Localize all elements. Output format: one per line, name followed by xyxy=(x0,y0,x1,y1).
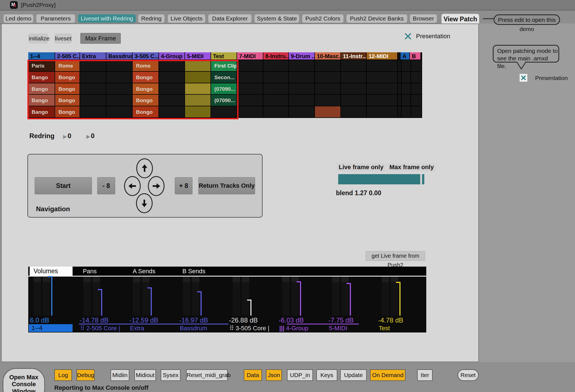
clip-cell[interactable]: Bongo xyxy=(133,83,159,95)
track-header[interactable]: 3-505 C... xyxy=(133,52,159,60)
blend-slider[interactable] xyxy=(338,174,424,184)
empty-clip-slot[interactable] xyxy=(315,72,341,83)
get-live-frame-button[interactable]: get Live frame from Push2 xyxy=(366,251,425,261)
empty-clip-slot[interactable] xyxy=(263,83,289,95)
clip-cell[interactable]: Rome xyxy=(55,60,80,72)
empty-clip-slot[interactable] xyxy=(263,72,289,83)
empty-clip-slot[interactable] xyxy=(341,60,367,72)
empty-clip-slot[interactable] xyxy=(289,95,315,106)
empty-clip-slot[interactable] xyxy=(341,83,367,95)
json-button[interactable]: Json xyxy=(266,369,282,381)
clip-cell[interactable]: Bongo xyxy=(55,106,80,118)
empty-clip-slot[interactable] xyxy=(315,83,341,95)
presentation-checkbox-right[interactable] xyxy=(520,74,527,82)
midiin-button[interactable]: Midiin xyxy=(111,369,129,381)
keys-button[interactable]: Keys xyxy=(316,369,337,381)
udp-in-button[interactable]: UDP_in xyxy=(287,369,313,381)
empty-clip-slot[interactable] xyxy=(367,106,398,118)
empty-clip-slot[interactable] xyxy=(237,106,263,118)
empty-clip-slot[interactable] xyxy=(367,60,398,72)
clip-cell[interactable]: Bongo xyxy=(55,95,80,106)
empty-clip-slot[interactable] xyxy=(402,95,411,106)
empty-clip-slot[interactable] xyxy=(185,83,211,95)
nav-down-button[interactable] xyxy=(136,193,153,213)
volume-fader[interactable] xyxy=(346,283,351,316)
empty-clip-slot[interactable] xyxy=(185,106,211,118)
empty-clip-slot[interactable] xyxy=(367,83,398,95)
empty-clip-slot[interactable] xyxy=(159,72,185,83)
tab-system-state[interactable]: System & State xyxy=(255,14,299,23)
empty-clip-slot[interactable] xyxy=(263,95,289,106)
empty-clip-slot[interactable] xyxy=(80,106,106,118)
track-header[interactable] xyxy=(398,52,401,60)
minus-8-button[interactable]: - 8 xyxy=(97,177,115,194)
empty-clip-slot[interactable] xyxy=(80,60,106,72)
clip-cell[interactable]: Rome xyxy=(133,60,159,72)
track-header[interactable]: 8-Instru... xyxy=(263,52,289,60)
empty-clip-slot[interactable] xyxy=(159,106,185,118)
nav-right-button[interactable] xyxy=(148,176,165,196)
redring-numberbox-1[interactable]: ▶0 xyxy=(63,132,71,140)
empty-clip-slot[interactable] xyxy=(237,83,263,95)
track-header[interactable]: Extra xyxy=(80,52,106,60)
clip-cell[interactable]: Secon... xyxy=(211,72,237,83)
empty-clip-slot[interactable] xyxy=(411,95,422,106)
clip-cell[interactable]: First Clip xyxy=(211,60,237,72)
empty-clip-slot[interactable] xyxy=(289,83,315,95)
track-name[interactable]: 5-MIDI xyxy=(329,325,347,332)
empty-clip-slot[interactable] xyxy=(315,95,341,106)
track-header[interactable]: 5-MIDI xyxy=(185,52,211,60)
liveset-button[interactable]: liveset xyxy=(55,34,72,43)
empty-clip-slot[interactable] xyxy=(289,106,315,118)
track-name[interactable]: ⠿3-505 Core | xyxy=(230,325,269,332)
iter-button[interactable]: Iter xyxy=(417,369,433,381)
empty-clip-slot[interactable] xyxy=(106,72,133,83)
track-header[interactable]: 7-MIDI xyxy=(237,52,263,60)
nav-up-button[interactable] xyxy=(136,158,153,178)
empty-clip-slot[interactable] xyxy=(398,95,402,106)
empty-clip-slot[interactable] xyxy=(398,83,402,95)
empty-clip-slot[interactable] xyxy=(411,60,422,72)
track-header[interactable]: 4-Group xyxy=(159,52,185,60)
clip-cell[interactable]: Bango xyxy=(28,72,55,83)
empty-clip-slot[interactable] xyxy=(159,60,185,72)
clip-cell[interactable]: (07090... xyxy=(211,95,237,106)
debug-button[interactable]: Debug xyxy=(76,369,95,381)
data-button[interactable]: Data xyxy=(244,369,262,381)
empty-clip-slot[interactable] xyxy=(398,72,402,83)
empty-clip-slot[interactable] xyxy=(185,72,211,83)
empty-clip-slot[interactable] xyxy=(185,60,211,72)
empty-clip-slot[interactable] xyxy=(211,106,237,118)
tab-redring[interactable]: Redring xyxy=(138,14,165,23)
track-header[interactable]: 2-505 C... xyxy=(55,52,80,60)
empty-clip-slot[interactable] xyxy=(411,106,422,118)
empty-clip-slot[interactable] xyxy=(341,72,367,83)
reset-button[interactable]: Reset xyxy=(458,369,479,381)
clip-cell[interactable]: Bongo xyxy=(133,72,159,83)
track-name[interactable]: Test xyxy=(379,325,390,332)
track-header[interactable]: 12-MIDI xyxy=(367,52,398,60)
clip-cell[interactable]: Paris xyxy=(28,60,55,72)
view-patch-label[interactable]: View Patch xyxy=(441,14,479,24)
empty-clip-slot[interactable] xyxy=(402,106,411,118)
empty-clip-slot[interactable] xyxy=(237,72,263,83)
update-button[interactable]: Update xyxy=(340,369,367,381)
volume-fader[interactable] xyxy=(247,300,251,316)
track-name[interactable]: |||4-Group xyxy=(279,325,308,332)
max-frame-button[interactable]: Max Frame xyxy=(80,33,121,44)
track-header[interactable]: 9-Drum ... xyxy=(289,52,315,60)
volume-fader[interactable] xyxy=(147,287,152,316)
reset-midi-grab-button[interactable]: Reset_midi_grab xyxy=(186,369,228,381)
empty-clip-slot[interactable] xyxy=(289,72,315,83)
empty-clip-slot[interactable] xyxy=(398,106,402,118)
initialize-button[interactable]: initialize xyxy=(29,34,48,43)
open-max-console-button[interactable]: Open Max Console Window xyxy=(3,368,45,392)
clip-cell[interactable]: Bongo xyxy=(55,83,80,95)
presentation-checkbox-top[interactable] xyxy=(404,32,412,40)
empty-clip-slot[interactable] xyxy=(263,106,289,118)
empty-clip-slot[interactable] xyxy=(411,72,422,83)
tab-led-demo[interactable]: Led demo xyxy=(4,14,33,23)
volume-fader[interactable] xyxy=(98,289,102,316)
track-name[interactable]: 1--4 xyxy=(29,324,73,332)
nav-left-button[interactable] xyxy=(124,176,141,196)
